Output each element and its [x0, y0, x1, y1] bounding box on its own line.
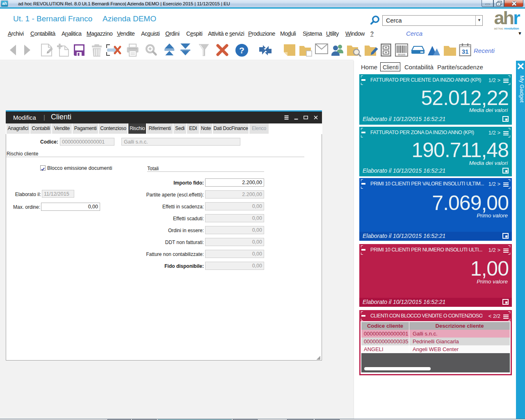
svg-text:00100: 00100 [398, 53, 405, 56]
svg-text:?: ? [239, 46, 244, 55]
svg-text:31: 31 [462, 48, 469, 55]
